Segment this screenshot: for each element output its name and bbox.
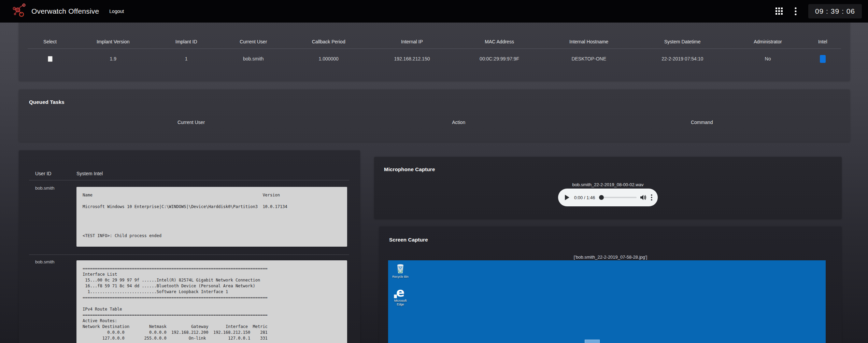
col-header-mac-address: MAC Address xyxy=(455,39,544,44)
col-header-internal-ip: Internal IP xyxy=(369,39,455,44)
intel-output-text: Name Version Microsoft Windows 10 Enterp… xyxy=(83,192,341,239)
app-title: Overwatch Offensive xyxy=(31,7,99,15)
volume-icon[interactable] xyxy=(640,194,647,201)
system-datetime-value: 22-2-2019 07:54:10 xyxy=(634,56,731,61)
app-root: Overwatch Offensive Logout 09 : 39 : 06 xyxy=(0,0,868,343)
recycle-bin-desktop-icon: Recycle Bin xyxy=(390,263,411,279)
col-header-callback-period: Callback Period xyxy=(288,39,369,44)
col-header-select: Select xyxy=(28,39,72,44)
microphone-capture-panel: Microphone Capture bob.smith_22-2-2019_0… xyxy=(374,157,842,219)
intel-output-box: ========================================… xyxy=(76,260,347,343)
captured-desktop-image: Recycle Bin e Microsoft Edge xyxy=(388,260,826,343)
intel-col-header-system-intel: System Intel xyxy=(76,171,103,176)
queued-tasks-title: Queued Tasks xyxy=(29,99,65,105)
intel-output-text: ========================================… xyxy=(83,266,341,341)
play-icon[interactable] xyxy=(564,194,571,201)
system-intel-panel: User ID System Intel bob.smith Name Vers… xyxy=(19,150,360,343)
intel-row-user-id: bob.smith xyxy=(35,186,54,191)
col-header-internal-hostname: Internal Hostname xyxy=(544,39,634,44)
implant-id-value: 1 xyxy=(154,56,219,61)
implant-version-value: 1.9 xyxy=(72,56,154,61)
edge-icon: e xyxy=(390,287,411,298)
internal-ip-value: 192.168.212.150 xyxy=(369,56,455,61)
logout-link[interactable]: Logout xyxy=(109,9,124,14)
current-user-value: bob.smith xyxy=(219,56,288,61)
queued-tasks-header-row: Current User Action Command xyxy=(29,120,840,125)
col-header-implant-version: Implant Version xyxy=(72,39,154,44)
app-logo-icon xyxy=(10,2,27,20)
intel-col-header-user-id: User ID xyxy=(35,171,51,176)
microsoft-edge-desktop-icon: e Microsoft Edge xyxy=(390,287,411,306)
queued-col-action: Action xyxy=(353,120,564,125)
implants-table-header: Select Implant Version Implant ID Curren… xyxy=(28,35,841,49)
col-header-implant-id: Implant ID xyxy=(154,39,219,44)
implant-select-checkbox[interactable] xyxy=(48,56,53,62)
administrator-value: No xyxy=(731,56,804,61)
top-navbar: Overwatch Offensive Logout 09 : 39 : 06 xyxy=(0,0,868,23)
desktop-icon-label: Microsoft Edge xyxy=(390,299,411,306)
screen-capture-panel: Screen Capture ['bob.smith_22-2-2019_07-… xyxy=(379,227,842,343)
microphone-capture-title: Microphone Capture xyxy=(384,166,435,172)
col-header-current-user: Current User xyxy=(219,39,288,44)
audio-player[interactable]: 0:00 / 1:46 xyxy=(558,189,658,206)
audio-menu-kebab-icon[interactable] xyxy=(651,194,652,201)
divider xyxy=(29,255,349,255)
intel-button[interactable] xyxy=(820,55,826,63)
navbar-right: 09 : 39 : 06 xyxy=(775,0,862,23)
desktop-icon-label: Recycle Bin xyxy=(390,275,411,279)
audio-time: 0:00 / 1:46 xyxy=(574,195,595,200)
queued-col-command: Command xyxy=(564,120,840,125)
intel-output-box: Name Version Microsoft Windows 10 Enterp… xyxy=(76,187,347,247)
implants-table: Select Implant Version Implant ID Curren… xyxy=(28,35,841,69)
apps-grid-icon[interactable] xyxy=(775,8,783,15)
audio-track xyxy=(599,197,637,198)
partial-window-fragment xyxy=(585,340,600,343)
kebab-menu-icon[interactable] xyxy=(795,7,797,15)
queued-tasks-panel: Queued Tasks Current User Action Command xyxy=(19,90,850,142)
callback-period-value: 1.000000 xyxy=(288,56,369,61)
col-header-system-datetime: System Datetime xyxy=(634,39,731,44)
mac-address-value: 00:0C:29:99:97:9F xyxy=(455,56,544,61)
implants-panel: Select Implant Version Implant ID Curren… xyxy=(19,19,850,81)
audio-seek-slider[interactable] xyxy=(599,195,637,200)
screen-capture-title: Screen Capture xyxy=(389,237,428,243)
internal-hostname-value: DESKTOP-ONE xyxy=(544,56,634,61)
screenshot-filename: ['bob.smith_22-2-2019_07-58-28.jpg'] xyxy=(379,255,842,260)
queued-col-current-user: Current User xyxy=(29,120,353,125)
divider xyxy=(29,180,349,180)
session-clock: 09 : 39 : 06 xyxy=(808,4,862,18)
audio-knob[interactable] xyxy=(599,195,604,200)
shortcut-badge-icon xyxy=(394,294,397,298)
brand: Overwatch Offensive Logout xyxy=(10,2,124,20)
col-header-administrator: Administrator xyxy=(731,39,804,44)
audio-filename: bob.smith_22-2-2019_08-00-02.wav xyxy=(374,182,842,187)
implant-row: 1.9 1 bob.smith 1.000000 192.168.212.150… xyxy=(28,49,841,69)
col-header-intel: Intel xyxy=(805,39,841,44)
recycle-bin-icon xyxy=(390,263,411,274)
intel-row-user-id: bob.smith xyxy=(35,259,54,264)
